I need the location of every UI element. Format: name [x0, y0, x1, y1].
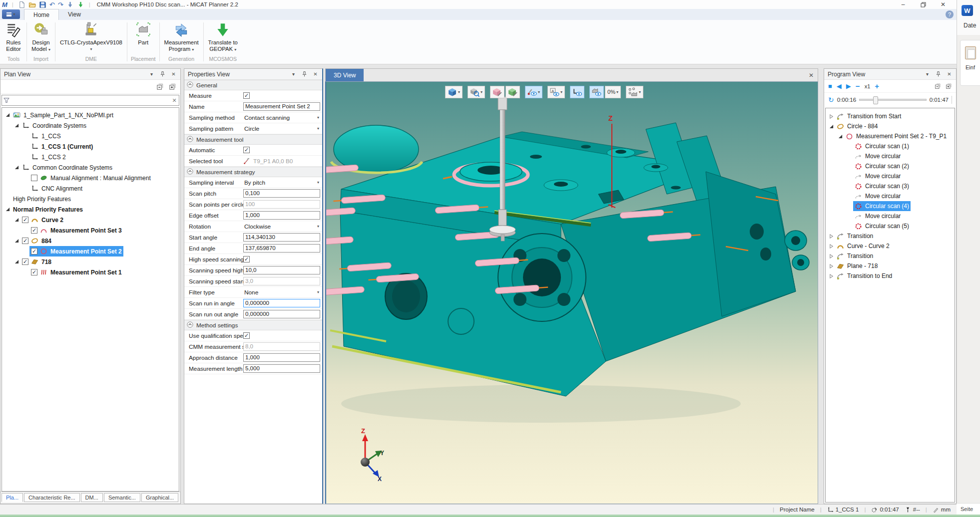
dme-machine-button[interactable]: CTLG-CrystaApexV9108▾: [56, 20, 126, 54]
word-file-tab[interactable]: Date: [964, 22, 976, 29]
probe-visibility-button[interactable]: ▾: [525, 86, 542, 98]
program-tree-item[interactable]: Circular scan (1): [826, 141, 955, 151]
program-tree-item[interactable]: Transition: [826, 251, 955, 261]
units-status[interactable]: mm: [933, 507, 951, 513]
checkbox[interactable]: ✓: [243, 147, 250, 153]
program-tree-item[interactable]: Move circular: [826, 151, 955, 161]
app-icon[interactable]: M: [2, 1, 7, 8]
plan-tree-item[interactable]: Coordinate Systems: [2, 120, 179, 131]
program-tree-item[interactable]: Transition from Start: [826, 111, 955, 121]
plan-tree-item[interactable]: High Priority Features: [2, 194, 179, 204]
program-tree-item[interactable]: Transition to End: [826, 271, 955, 281]
minimize-button[interactable]: –: [900, 1, 907, 8]
plan-tree-item[interactable]: ✓Measurement Point Set 1: [2, 267, 179, 277]
checkbox[interactable]: ✓: [22, 258, 28, 265]
pin-icon[interactable]: [935, 71, 942, 77]
property-input[interactable]: 10,0: [243, 266, 320, 274]
transparency-button[interactable]: 0%▾: [605, 86, 621, 98]
redo-icon[interactable]: ↷: [58, 1, 63, 8]
chevron-down-icon[interactable]: ▾: [290, 71, 297, 77]
new-document-icon[interactable]: [18, 1, 25, 8]
bottom-tab-characteristicre[interactable]: Characteristic Re...: [24, 493, 80, 502]
word-insert-tab[interactable]: Einf: [966, 64, 975, 70]
property-dropdown[interactable]: By pitch▾: [243, 179, 320, 186]
bottom-tab-semantic[interactable]: Semantic...: [104, 493, 140, 502]
property-dropdown[interactable]: Clockwise▾: [243, 223, 320, 230]
program-tree-item[interactable]: Circular scan (5): [826, 221, 955, 231]
app-menu-button[interactable]: ▾: [2, 9, 20, 19]
export-arrow-icon[interactable]: [77, 1, 84, 8]
property-dropdown[interactable]: Contact scanning▾: [243, 114, 320, 121]
expander-open-icon[interactable]: [13, 123, 20, 128]
collapse-section-icon[interactable]: [187, 168, 193, 176]
active-ccs-status[interactable]: 1_CCS 1: [827, 507, 859, 513]
chevron-down-icon[interactable]: ▾: [924, 71, 931, 77]
program-tree-item[interactable]: Circular scan (3): [826, 181, 955, 191]
step-back-button[interactable]: ◀: [837, 83, 842, 89]
program-tree-item[interactable]: Circle - 884: [826, 121, 955, 131]
slider-thumb[interactable]: [873, 96, 878, 104]
plan-tree-item[interactable]: ✓Measurement Point Set 2: [2, 246, 179, 257]
clear-filter-icon[interactable]: ✕: [170, 97, 179, 104]
label-visibility-button[interactable]: A▾: [547, 86, 565, 98]
expander-open-icon[interactable]: [4, 207, 11, 212]
checkbox[interactable]: ✓: [22, 238, 28, 244]
expander-closed-icon[interactable]: [828, 264, 835, 268]
property-input[interactable]: 0,100: [243, 189, 320, 198]
point-display-button[interactable]: ▾: [626, 86, 643, 98]
section-header-measurement-strategy[interactable]: Measurement strategy: [184, 167, 322, 177]
program-tree-item[interactable]: Move circular: [826, 171, 955, 181]
checkbox[interactable]: [31, 175, 37, 181]
property-input[interactable]: 1,000: [243, 211, 320, 220]
tab-3d-view[interactable]: 3D View: [326, 69, 364, 81]
expander-open-icon[interactable]: [13, 239, 20, 243]
pin-icon[interactable]: [301, 71, 308, 77]
plan-tree-item[interactable]: ✓718: [2, 257, 179, 267]
part-visibility-button[interactable]: [589, 86, 604, 98]
part-button[interactable]: Part: [131, 20, 156, 54]
hide-cut-button[interactable]: [505, 86, 520, 98]
filter-input[interactable]: [11, 96, 170, 105]
program-tree-item[interactable]: Curve - Curve 2: [826, 241, 955, 251]
expander-closed-icon[interactable]: [828, 234, 835, 239]
close-icon[interactable]: ✕: [805, 69, 818, 81]
checkbox[interactable]: ✓: [31, 248, 37, 255]
plan-tree-item[interactable]: 1_Sample_Part_1_NX_NoPMI.prt: [2, 110, 179, 120]
program-tree-item[interactable]: Circular scan (2): [826, 161, 955, 171]
plan-tree-item[interactable]: 1_CCS 1 (Current): [2, 141, 179, 152]
section-header-method-settings[interactable]: Method settings: [184, 320, 322, 330]
property-input[interactable]: 0,000000: [243, 310, 320, 318]
property-input[interactable]: 0,000000: [243, 299, 320, 307]
plan-tree-item[interactable]: Normal Priority Features: [2, 204, 179, 215]
close-icon[interactable]: ✕: [170, 71, 177, 77]
bottom-tab-pla[interactable]: Pla...: [1, 493, 23, 502]
word-window-sliver[interactable]: W Date Einf: [957, 0, 980, 515]
collapse-section-icon[interactable]: [187, 136, 193, 144]
checkbox[interactable]: ✓: [243, 256, 250, 262]
expander-closed-icon[interactable]: [828, 274, 835, 278]
view-orientation-button[interactable]: ▾: [445, 86, 463, 98]
program-tree-item[interactable]: Circular scan (4): [826, 201, 955, 211]
undo-icon[interactable]: ↶: [49, 1, 55, 8]
measurement-program-button[interactable]: MeasurementProgram ▾: [160, 20, 203, 54]
expander-open-icon[interactable]: [13, 218, 20, 222]
checkbox[interactable]: ✓: [31, 269, 37, 275]
close-icon[interactable]: ✕: [312, 71, 319, 77]
program-tree-item[interactable]: Move circular: [826, 211, 955, 221]
save-icon[interactable]: [39, 1, 46, 8]
expander-closed-icon[interactable]: [828, 114, 835, 119]
program-tree-item[interactable]: Transition: [826, 231, 955, 241]
property-dropdown[interactable]: None▾: [243, 289, 320, 296]
plan-tree-item[interactable]: ✓Curve 2: [2, 215, 179, 225]
close-button[interactable]: ✕: [940, 1, 947, 8]
plan-tree-item[interactable]: 1_CCS 2: [2, 152, 179, 162]
plan-tree-item[interactable]: CNC Alignment: [2, 183, 179, 194]
play-button[interactable]: ▶: [846, 83, 851, 89]
expander-closed-icon[interactable]: [828, 254, 835, 258]
program-tree-item[interactable]: Move circular: [826, 191, 955, 201]
property-input[interactable]: 8,0: [243, 342, 320, 351]
speed-increase-button[interactable]: +: [875, 83, 879, 89]
speed-decrease-button[interactable]: −: [856, 83, 860, 89]
collapse-section-icon[interactable]: [187, 81, 193, 89]
expander-open-icon[interactable]: [13, 165, 20, 170]
